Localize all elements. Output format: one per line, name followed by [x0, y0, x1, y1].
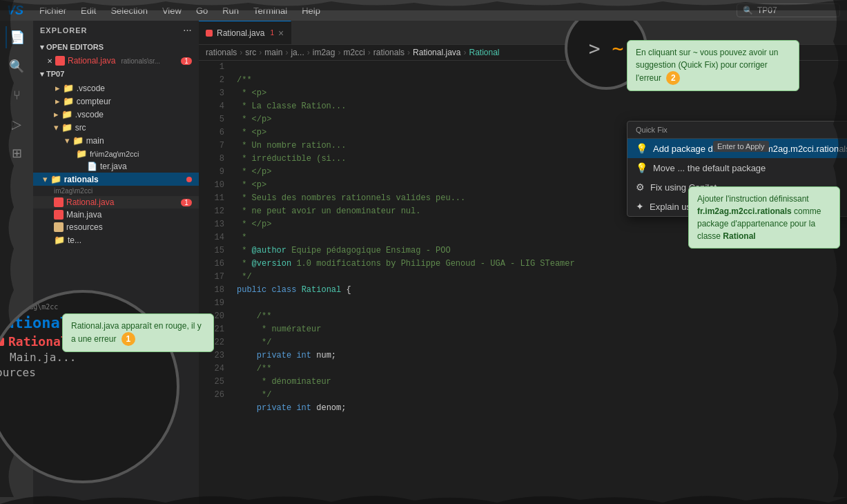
folder-main[interactable]: ▾ 📁 main — [33, 134, 199, 147]
folder-icon: ▸ 📁 — [54, 109, 72, 119]
file-red-icon — [54, 197, 64, 207]
breadcrumb-item[interactable]: main — [264, 48, 282, 57]
breadcrumb-sep: › — [285, 48, 288, 57]
folder-label: .vscode — [77, 84, 105, 93]
folder-compteur[interactable]: ▸ 📁 compteur — [33, 95, 199, 108]
file-red-icon — [55, 56, 65, 66]
folder-resources[interactable]: resources — [33, 221, 199, 233]
sidebar-header: EXPLORER ··· — [33, 21, 199, 40]
folder-vscode2[interactable]: ▸ 📁 .vscode — [33, 108, 199, 121]
open-editors-section[interactable]: ▾ OPEN EDITORS — [33, 40, 199, 55]
breadcrumb-sep: › — [240, 48, 242, 57]
search-text: TP07 — [757, 6, 777, 15]
breadcrumb-item[interactable]: src — [245, 48, 256, 57]
folder-label: fr\im2ag\m2cci — [90, 150, 139, 158]
open-editor-name: Rational.java — [68, 56, 115, 66]
folder-icon: ▾ 📁 — [43, 174, 61, 184]
menu-selection[interactable]: Selection — [105, 4, 153, 17]
menu-view[interactable]: View — [157, 4, 187, 17]
quick-fix-label: Move ... the default package — [653, 163, 766, 173]
tp07-section[interactable]: ▾ TP07 — [33, 67, 199, 81]
annotation-highlight-3b: Rational — [723, 231, 755, 241]
title-bar: VS Fichier Edit Selection View Go Run Te… — [0, 0, 847, 21]
annotation-bubble-1: Rational.java apparaît en rouge, il y a … — [62, 313, 214, 352]
extensions-icon[interactable]: ⊞ — [6, 142, 28, 164]
search-icon[interactable]: 🔍 — [6, 55, 28, 77]
menu-fichier[interactable]: Fichier — [34, 4, 72, 17]
zoom-top-content: > ~ — [589, 37, 624, 60]
breadcrumb-sep: › — [407, 48, 410, 57]
fix-icon: ⚙ — [636, 182, 645, 193]
folder-src[interactable]: ▾ 📁 src — [33, 121, 199, 134]
folder-icon: ▸ 📁 — [55, 83, 74, 93]
explain-icon: ✦ — [636, 201, 644, 212]
breadcrumb-class[interactable]: Rational — [469, 48, 499, 57]
search-icon: 🔍 — [743, 6, 753, 15]
folder-icon: ▾ 📁 — [54, 122, 72, 133]
annotation-num-2: 2 — [666, 71, 680, 85]
annotation-num-1: 1 — [121, 332, 135, 346]
breadcrumb-item[interactable]: im2ag — [313, 48, 335, 57]
menu-go[interactable]: Go — [191, 4, 213, 17]
quick-fix-item-1[interactable]: 💡 Move ... the default package — [627, 158, 847, 177]
breadcrumb-file[interactable]: Rational.java — [413, 48, 460, 57]
tab-label: Rational.java — [217, 28, 264, 38]
breadcrumb-sep: › — [368, 48, 371, 57]
git-icon[interactable]: ⑂ — [6, 84, 28, 106]
folder-resources-icon — [54, 222, 64, 232]
breadcrumb-sep: › — [463, 48, 466, 57]
folder-icon: 📁 — [54, 235, 65, 245]
annotation-bubble-2: En cliquant sur ~ vous pouvez avoir un s… — [627, 40, 799, 91]
folder-label: resources — [66, 222, 103, 232]
sidebar-title: EXPLORER — [40, 26, 88, 35]
folder-icon: ▾ 📁 — [65, 135, 84, 146]
breadcrumb-sep: › — [307, 48, 310, 57]
zoom-main-java: Main.ja... — [10, 351, 170, 364]
folder-icon: ▸ 📁 — [55, 96, 74, 106]
tab-close-icon[interactable]: × — [278, 28, 284, 39]
enter-hint: Enter to Apply — [713, 141, 769, 152]
file-ter[interactable]: 📄 ter.java — [33, 160, 199, 173]
menu-edit[interactable]: Edit — [75, 4, 101, 17]
menu-terminal[interactable]: Terminal — [248, 4, 293, 17]
explorer-icon[interactable]: 📄 — [6, 26, 28, 48]
open-editor-path: rationals\sr... — [121, 57, 160, 65]
breadcrumb-sep: › — [338, 48, 340, 57]
file-main-java[interactable]: Main.java — [33, 209, 199, 221]
breadcrumb-item[interactable]: ja... — [291, 48, 304, 57]
vscode-logo: VS — [7, 3, 23, 18]
breadcrumb-item[interactable]: rationals — [373, 48, 405, 57]
breadcrumb-item[interactable]: rationals — [206, 48, 237, 57]
error-badge: 1 — [181, 199, 192, 206]
folder-te[interactable]: 📁 te... — [33, 233, 199, 246]
folder-label: compteur — [77, 97, 111, 106]
error-dot — [186, 177, 192, 182]
editor-area: Rational.java 1 × rationals › src › main… — [199, 21, 847, 504]
sidebar-more-icon[interactable]: ··· — [184, 26, 192, 35]
breadcrumb-sep: › — [259, 48, 262, 57]
folder-rationals[interactable]: ▾ 📁 rationals — [33, 173, 199, 186]
bulb-icon: 💡 — [636, 162, 648, 173]
folder-vscode[interactable]: ▸ 📁 .vscode — [33, 81, 199, 95]
path-display: im2ag\m2cci — [33, 186, 199, 196]
folder-label: .vscode — [75, 110, 104, 119]
menu-help[interactable]: Help — [296, 4, 326, 17]
search-bar[interactable]: 🔍 TP07 — [737, 3, 840, 17]
menu-run[interactable]: Run — [217, 4, 244, 17]
breadcrumb-item[interactable]: m2cci — [343, 48, 364, 57]
quick-fix-title: Quick Fix — [627, 122, 847, 139]
close-icon[interactable]: ✕ — [47, 57, 52, 65]
file-red-icon — [54, 210, 64, 220]
open-editor-rational[interactable]: ✕ Rational.java rationals\sr... 1 — [33, 55, 199, 67]
tab-rational-java[interactable]: Rational.java 1 × — [199, 21, 291, 44]
annotation-bubble-3: Ajouter l'instruction définissant fr.im2… — [688, 186, 840, 249]
file-icon: 📄 — [87, 162, 97, 171]
file-name: Main.java — [66, 210, 101, 220]
tab-badge: 1 — [270, 29, 274, 37]
folder-label: src — [75, 123, 86, 133]
debug-icon[interactable]: ▷ — [6, 113, 28, 135]
folder-fr-im2ag[interactable]: 📁 fr\im2ag\m2cci — [33, 147, 199, 160]
annotation-text-1: Rational.java apparaît en rouge, il y a … — [71, 321, 202, 344]
file-rational-java[interactable]: Rational.java 1 — [33, 196, 199, 209]
file-label: ter.java — [100, 162, 127, 171]
